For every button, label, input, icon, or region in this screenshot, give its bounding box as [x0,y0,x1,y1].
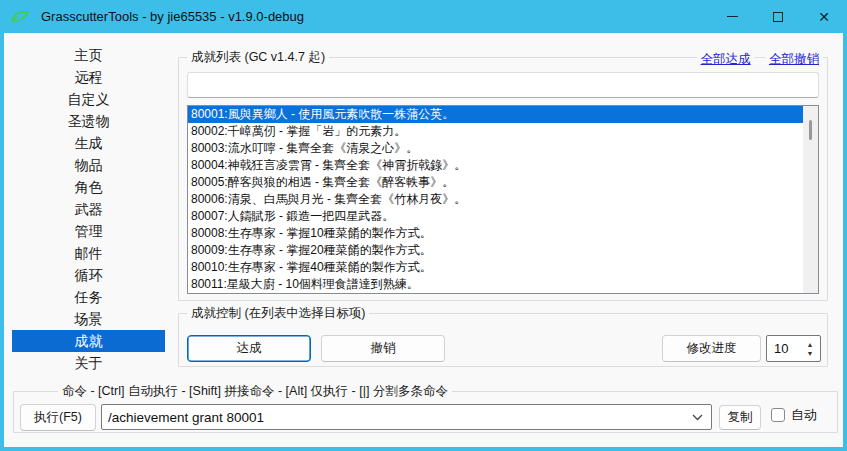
achievement-row[interactable]: 80004:神戟狂言凌雲霄 - 集齊全套《神霄折戟錄》。 [188,157,803,174]
sidebar-item-remote[interactable]: 远程 [12,66,165,88]
achievement-list-groupbox: 成就列表 (GC v1.4.7 起) 全部达成 全部撤销 80001:風與異鄉人… [178,57,828,301]
command-title: 命令 - [Ctrl] 自动执行 - [Shift] 拼接命令 - [Alt] … [58,383,452,400]
auto-checkbox-wrap[interactable]: 自动 [771,406,817,424]
minimize-button[interactable] [709,0,755,33]
sidebar-item-loop[interactable]: 循环 [12,264,165,286]
sidebar-item-weapon[interactable]: 武器 [12,198,165,220]
sidebar-item-custom[interactable]: 自定义 [12,88,165,110]
achievement-row[interactable]: 80001:風與異鄉人 - 使用風元素吹散一株蒲公英。 [188,106,803,123]
sidebar-item-about[interactable]: 关于 [12,352,165,374]
achievement-row[interactable]: 80006:清泉、白馬與月光 - 集齊全套《竹林月夜》。 [188,191,803,208]
sidebar-item-artifact[interactable]: 圣遗物 [12,110,165,132]
sidebar-item-spawn[interactable]: 生成 [12,132,165,154]
revoke-button[interactable]: 撤销 [321,335,445,362]
achievement-row[interactable]: 80010:生存專家 - 掌握40種菜餚的製作方式。 [188,259,803,276]
achievement-row[interactable]: 80002:千嶂萬仞 - 掌握「岩」的元素力。 [188,123,803,140]
set-progress-button[interactable]: 修改进度 [662,335,761,362]
command-combobox[interactable] [101,404,712,430]
sidebar-item-avatar[interactable]: 角色 [12,176,165,198]
run-command-button[interactable]: 执行(F5) [20,404,96,431]
maximize-button[interactable] [755,0,801,33]
achievement-row[interactable]: 80011:星級大廚 - 10個料理食譜達到熟練。 [188,276,803,293]
sidebar-item-quest[interactable]: 任务 [12,286,165,308]
sidebar-item-item[interactable]: 物品 [12,154,165,176]
achievement-control-title: 成就控制 (在列表中选择目标项) [187,305,369,322]
chevron-down-icon[interactable] [692,414,703,421]
app-window: GrasscutterTools - by jie65535 - v1.9.0-… [0,0,847,451]
achievement-row[interactable]: 80007:人鑄賦形 - 鍛造一把四星武器。 [188,208,803,225]
command-input[interactable] [108,406,685,428]
grant-button[interactable]: 达成 [187,335,311,362]
achievement-row[interactable]: 80003:流水叮嚀 - 集齊全套《清泉之心》。 [188,140,803,157]
achievement-control-groupbox: 成就控制 (在列表中选择目标项) 达成 撤销 修改进度 10 ▲ ▼ [178,313,828,367]
list-scrollbar[interactable] [803,106,818,293]
achievement-row[interactable]: 80009:生存專家 - 掌握20種菜餚的製作方式。 [188,242,803,259]
progress-value: 10 [774,336,788,361]
achievement-list-title: 成就列表 (GC v1.4.7 起) [187,49,329,66]
sidebar-item-achievement[interactable]: 成就 [12,330,165,352]
grant-all-link[interactable]: 全部达成 [697,52,755,66]
achievement-row[interactable]: 80005:醉客與狼的相遇 - 集齊全套《醉客軼事》。 [188,174,803,191]
sidebar-item-mail[interactable]: 邮件 [12,242,165,264]
revoke-all-link[interactable]: 全部撤销 [765,52,823,66]
sidebar-item-scene[interactable]: 场景 [12,308,165,330]
sidebar-nav: 主页 远程 自定义 圣遗物 生成 物品 角色 武器 管理 邮件 循环 任务 场景… [12,44,165,374]
sidebar-item-home[interactable]: 主页 [12,44,165,66]
app-logo-icon [9,9,31,25]
copy-button[interactable]: 复制 [719,405,761,430]
progress-spinner[interactable]: 10 ▲ ▼ [766,335,821,362]
spinner-down-icon[interactable]: ▼ [803,349,817,358]
auto-checkbox-label: 自动 [791,406,817,424]
scrollbar-thumb[interactable] [809,120,812,140]
achievement-listbox[interactable]: 80001:風與異鄉人 - 使用風元素吹散一株蒲公英。 80002:千嶂萬仞 -… [187,105,819,294]
spinner-up-icon[interactable]: ▲ [803,340,817,349]
command-groupbox: 命令 - [Ctrl] 自动执行 - [Shift] 拼接命令 - [Alt] … [13,391,838,433]
titlebar: GrasscutterTools - by jie65535 - v1.9.0-… [0,0,847,33]
auto-checkbox[interactable] [771,408,785,422]
window-title: GrasscutterTools - by jie65535 - v1.9.0-… [41,9,304,24]
client-area: 主页 远程 自定义 圣遗物 生成 物品 角色 武器 管理 邮件 循环 任务 场景… [4,33,843,447]
achievement-filter-input[interactable] [187,72,819,98]
sidebar-item-manage[interactable]: 管理 [12,220,165,242]
achievement-row[interactable]: 80008:生存專家 - 掌握10種菜餚的製作方式。 [188,225,803,242]
close-button[interactable]: ✕ [801,0,847,33]
